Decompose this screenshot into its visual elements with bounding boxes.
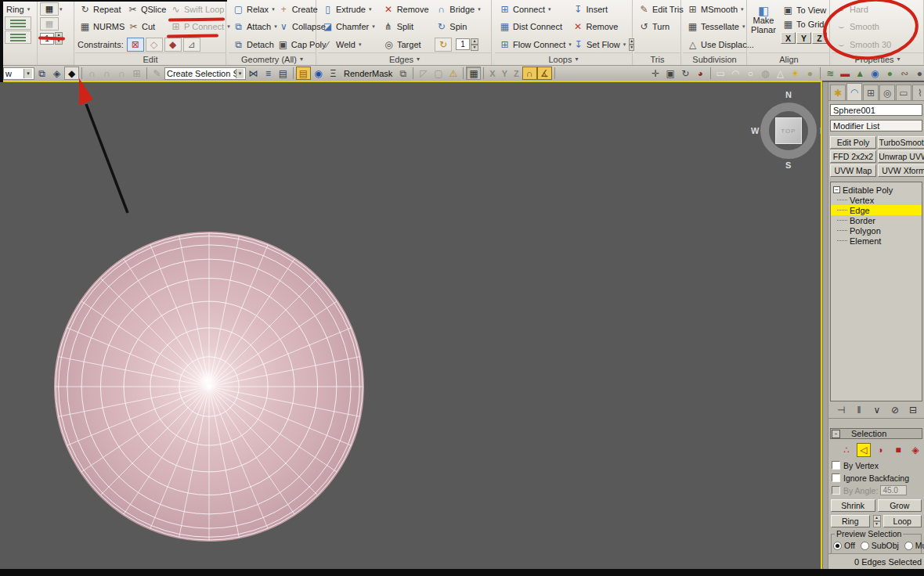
section-label-properties[interactable]: Properties <box>832 52 923 65</box>
stack-item-vertex[interactable]: Vertex <box>831 195 922 205</box>
constraint-none-button[interactable]: ⊠ <box>127 38 144 52</box>
cap-poly-button[interactable]: ▣Cap Poly <box>276 37 316 52</box>
stack-item-edge[interactable]: Edge <box>831 205 922 215</box>
tab-modify[interactable]: ◠ <box>846 83 862 100</box>
configure-modifier-sets-icon[interactable]: ⊟ <box>907 405 919 416</box>
to-grid-button[interactable]: ▦ To Grid <box>781 17 828 31</box>
modifier-stack[interactable]: −Editable PolyVertexEdgeBorderPolygonEle… <box>830 182 922 401</box>
relax-button[interactable]: ▢Relax▾ <box>231 2 276 16</box>
arrow-target-button[interactable]: ◆ <box>64 67 79 80</box>
ring-select-panel-button[interactable]: Ring <box>831 515 870 527</box>
viewport-top[interactable]: N E S W TOP <box>0 81 822 569</box>
use-displacement-button[interactable]: △Use Displac... <box>685 37 748 52</box>
sun-light-icon[interactable]: ☀ <box>788 67 803 80</box>
weld-button[interactable]: ∕Weld▾ <box>320 37 381 52</box>
weld-button-dropdown-arrow[interactable]: ▾ <box>359 41 362 48</box>
remove-loop-button[interactable]: ✕Remove <box>570 20 631 34</box>
modifier-button-turbosmooth[interactable]: TurboSmooth <box>878 136 924 149</box>
make-planar-button[interactable]: ◧ Make Planar <box>749 3 778 38</box>
loop-tool-button-1[interactable] <box>5 16 31 30</box>
compass-south-label[interactable]: S <box>785 160 791 170</box>
set-flow-button[interactable]: ↧Set Flow▾▲▼ <box>571 37 632 52</box>
segments-field[interactable]: 1 <box>40 33 54 45</box>
rollout-collapse-icon[interactable]: - <box>832 430 840 438</box>
bridge-button[interactable]: ∩Bridge▾ <box>434 2 490 16</box>
to-view-button[interactable]: ▣ To View <box>781 3 828 16</box>
msmooth-button[interactable]: ⊞MSmooth▾ <box>685 2 745 16</box>
cut-button[interactable]: ✂Cut <box>126 20 168 34</box>
cursor-select-icon[interactable]: ◸ <box>416 67 431 80</box>
layer-manager-icon[interactable]: ▤ <box>276 67 291 80</box>
turn-button[interactable]: ↺Turn <box>637 20 680 34</box>
chamfer-button-dropdown-arrow[interactable]: ▾ <box>372 23 375 30</box>
section-label-tris[interactable]: Tris <box>634 52 680 65</box>
show-end-result-icon[interactable]: ‖ <box>853 405 865 416</box>
constraint-face-button[interactable]: ◆ <box>164 38 182 52</box>
relax-button-dropdown-arrow[interactable]: ▾ <box>272 6 275 13</box>
loop-count-spinner[interactable]: ▲▼ <box>471 38 478 51</box>
stack-item-polygon[interactable]: Polygon <box>831 225 922 236</box>
mirror-icon[interactable]: ⋈ <box>246 67 261 80</box>
stack-icon[interactable]: ≋ <box>823 67 838 80</box>
stack-item-element[interactable]: Element <box>831 236 922 246</box>
selection-lock-button[interactable]: ▦ <box>40 2 59 16</box>
flow-connect-button[interactable]: ⊞Flow Connect▾ <box>497 37 571 52</box>
rock-icon[interactable]: ● <box>912 67 924 80</box>
connect-button[interactable]: ⊞Connect▾ <box>497 2 570 16</box>
panel-divider[interactable] <box>822 82 828 569</box>
compass-north-label[interactable]: N <box>785 90 792 99</box>
constraint-normal-button[interactable]: ⊿ <box>183 38 200 52</box>
selection-lock-dropdown-arrow[interactable]: ▾ <box>60 6 63 13</box>
set-flow-button-dropdown-arrow[interactable]: ▾ <box>623 41 626 48</box>
tab-hierarchy[interactable]: ⊞ <box>863 85 879 100</box>
preview-radio-multi[interactable] <box>904 542 913 550</box>
nurms-button[interactable]: ▦NURMS <box>78 20 126 34</box>
viewcube-top-face[interactable]: TOP <box>775 117 802 144</box>
z-axis-toggle[interactable]: Z <box>511 69 522 78</box>
terrain-icon[interactable]: ▲ <box>853 67 868 80</box>
globe-icon[interactable]: ◉ <box>868 67 882 80</box>
edit-selection-icon[interactable]: ✎ <box>150 67 164 80</box>
render-teapot-icon[interactable]: ◕ <box>693 67 708 80</box>
plane-primitive-icon[interactable]: ▭ <box>713 67 728 80</box>
select-and-link-icon[interactable]: ⧉ <box>34 67 49 80</box>
orbit-icon[interactable]: ↻ <box>678 67 693 80</box>
named-selection-combo-arrow[interactable]: ▾ <box>236 69 244 78</box>
ignore-backfacing-checkbox[interactable] <box>832 473 840 482</box>
collapse-button[interactable]: ∨Collapse <box>276 20 317 34</box>
element-subobject-icon[interactable]: ◈ <box>908 443 922 457</box>
ring-select-button[interactable]: Ring ▾ <box>5 3 31 16</box>
modifier-button-uvw-map[interactable]: UVW Map <box>830 164 876 177</box>
shrink-button[interactable]: Shrink <box>831 499 875 512</box>
align-y-button[interactable]: Y <box>796 32 811 44</box>
section-label-align[interactable]: Align <box>749 52 829 65</box>
remove-modifier-icon[interactable]: ⊘ <box>889 405 901 416</box>
modifier-button-unwrap-uvw[interactable]: Unwrap UVW <box>878 150 924 163</box>
section-label-edit[interactable]: Edit <box>75 52 226 65</box>
viewcube-compass[interactable]: N E S W TOP <box>748 90 822 171</box>
array-tool-button[interactable]: ▦ <box>466 67 481 80</box>
preview-radio-off[interactable] <box>833 542 842 550</box>
section-label-loops[interactable]: Loops <box>495 52 632 65</box>
extrude-button[interactable]: ▯Extrude▾ <box>320 2 381 16</box>
align-x-button[interactable]: X <box>781 32 796 44</box>
create-button[interactable]: +Create <box>276 2 317 16</box>
modifier-button-uvw-xform[interactable]: UVW Xform <box>878 164 924 177</box>
column-icon[interactable]: Ξ <box>326 67 341 80</box>
or-mode-icon[interactable]: ◉ <box>311 67 326 80</box>
region-select-icon[interactable]: ▢ <box>431 67 446 80</box>
manipulate-icon[interactable]: ◈ <box>49 67 64 80</box>
split-button[interactable]: ⋔Split <box>381 20 435 34</box>
ring-spinner[interactable]: ▲▼ <box>873 515 881 527</box>
stack-expand-icon[interactable]: − <box>833 186 840 193</box>
tab-motion[interactable]: ◎ <box>879 85 895 100</box>
object-name-field[interactable]: Sphere001 <box>830 104 922 116</box>
compass-west-label[interactable]: W <box>751 126 759 135</box>
align-z-button[interactable]: Z <box>812 32 827 44</box>
named-selection-combo[interactable]: Create Selection Se▾ <box>164 67 246 80</box>
tab-utilities[interactable]: ⌇ <box>912 85 924 100</box>
viewport-layout-dropdown-arrow[interactable]: ▾ <box>23 69 32 78</box>
repeat-button[interactable]: ↻Repeat <box>78 2 125 16</box>
checkbox-row-ignore-backfacing[interactable]: Ignore Backfacing <box>828 472 924 484</box>
sphere-primitive-icon[interactable]: ○ <box>743 67 758 80</box>
